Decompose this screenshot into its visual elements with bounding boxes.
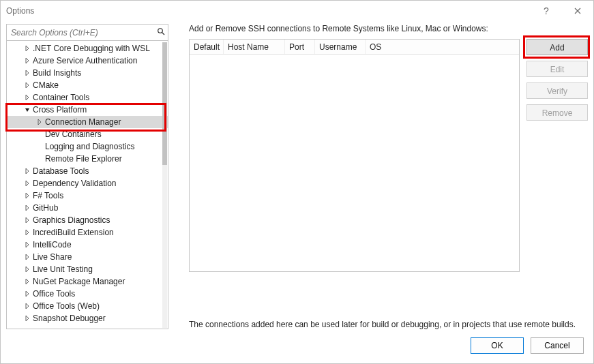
chevron-right-icon[interactable] xyxy=(23,228,31,237)
tree-item[interactable]: IntelliCode xyxy=(7,239,168,251)
chevron-down-icon[interactable] xyxy=(23,106,31,114)
tree-item-label: Snapshot Debugger xyxy=(33,314,108,323)
chevron-right-icon[interactable] xyxy=(23,192,31,200)
col-port[interactable]: Port xyxy=(285,40,315,54)
tree-item[interactable]: Office Tools (Web) xyxy=(7,300,168,312)
chevron-right-icon[interactable] xyxy=(23,277,31,286)
tree-item-label: Office Tools xyxy=(33,289,78,299)
tree-item-label: Remote File Explorer xyxy=(45,154,125,164)
tree-item[interactable]: GitHub xyxy=(7,202,168,214)
window-title: Options xyxy=(6,6,531,16)
tree-item-label: Build Insights xyxy=(33,68,84,78)
grid-buttons: Add Edit Verify Remove xyxy=(526,39,588,313)
tree-item[interactable]: Container Tools xyxy=(7,91,168,104)
tree-item-label: Azure Service Authentication xyxy=(33,56,140,65)
chevron-right-icon[interactable] xyxy=(23,204,31,212)
ok-button[interactable]: OK xyxy=(471,337,524,354)
tree-item-label: Database Tools xyxy=(33,166,92,176)
svg-point-0 xyxy=(158,29,163,33)
close-button[interactable] xyxy=(562,1,593,21)
tree-item-label: IncrediBuild Extension xyxy=(33,228,117,237)
tree-item[interactable]: Build Insights xyxy=(7,67,168,79)
options-tree[interactable]: .NET Core Debugging with WSLAzure Servic… xyxy=(7,41,168,329)
search-box[interactable] xyxy=(7,25,168,41)
tree-item[interactable]: Remote File Explorer xyxy=(7,153,168,165)
tree-spacer xyxy=(35,155,44,163)
tree-item[interactable]: Live Unit Testing xyxy=(7,263,168,275)
chevron-right-icon[interactable] xyxy=(23,81,31,89)
titlebar: Options ? xyxy=(1,1,593,21)
chevron-right-icon[interactable] xyxy=(23,314,31,322)
tree-item[interactable]: CMake xyxy=(7,79,168,91)
chevron-right-icon[interactable] xyxy=(23,167,31,175)
tree-item-label: CMake xyxy=(33,80,61,90)
tree-item-label: F# Tools xyxy=(33,191,66,200)
add-button[interactable]: Add xyxy=(526,39,588,55)
tree-item[interactable]: Connection Manager xyxy=(7,116,168,128)
options-tree-panel: .NET Core Debugging with WSLAzure Servic… xyxy=(6,24,168,329)
tree-item[interactable]: Database Tools xyxy=(7,165,168,177)
chevron-right-icon[interactable] xyxy=(23,290,31,298)
chevron-right-icon[interactable] xyxy=(23,265,31,273)
tree-item[interactable]: NuGet Package Manager xyxy=(7,275,168,288)
tree-item[interactable]: Logging and Diagnostics xyxy=(7,140,168,153)
tree-item[interactable]: Snapshot Debugger xyxy=(7,312,168,324)
tree-item-label: Live Share xyxy=(33,252,74,262)
chevron-right-icon[interactable] xyxy=(35,118,44,126)
chevron-right-icon[interactable] xyxy=(23,216,31,224)
tree-item-label: IntelliCode xyxy=(33,240,74,249)
tree-item-label: Dev Containers xyxy=(45,130,104,139)
grid-header: Default Host Name Port Username OS xyxy=(190,40,519,55)
chevron-right-icon[interactable] xyxy=(23,253,31,261)
tree-item-label: Logging and Diagnostics xyxy=(45,142,137,151)
chevron-right-icon[interactable] xyxy=(23,302,31,310)
remove-button: Remove xyxy=(526,104,588,121)
col-default[interactable]: Default xyxy=(190,40,224,54)
col-username[interactable]: Username xyxy=(315,40,366,54)
tree-item[interactable]: Dependency Validation xyxy=(7,177,168,189)
tree-spacer xyxy=(35,142,44,151)
tree-item-label: Dependency Validation xyxy=(33,179,119,188)
chevron-right-icon[interactable] xyxy=(23,57,31,65)
tree-item-label: Container Tools xyxy=(33,93,92,102)
panel-description: Add or Remove SSH connections to Remote … xyxy=(189,24,588,33)
tree-item-label: NuGet Package Manager xyxy=(33,277,128,286)
tree-item[interactable]: Graphics Diagnostics xyxy=(7,214,168,226)
tree-item-label: Graphics Diagnostics xyxy=(33,215,113,225)
tree-scrollbar-thumb[interactable] xyxy=(162,42,167,165)
chevron-right-icon[interactable] xyxy=(23,69,31,77)
chevron-right-icon[interactable] xyxy=(23,93,31,102)
col-os[interactable]: OS xyxy=(366,40,519,54)
tree-item[interactable]: F# Tools xyxy=(7,189,168,202)
cancel-button[interactable]: Cancel xyxy=(531,337,584,354)
tree-item-label: Live Unit Testing xyxy=(33,264,95,274)
tree-item-label: Office Tools (Web) xyxy=(33,301,102,311)
tree-item[interactable]: Live Share xyxy=(7,251,168,263)
tree-scrollbar[interactable] xyxy=(162,42,167,328)
tree-item-label: Cross Platform xyxy=(33,105,89,115)
tree-item[interactable]: Office Tools xyxy=(7,288,168,300)
tree-item-label: .NET Core Debugging with WSL xyxy=(33,44,153,53)
detail-panel: Add or Remove SSH connections to Remote … xyxy=(168,24,588,329)
connections-grid[interactable]: Default Host Name Port Username OS xyxy=(189,39,520,272)
chevron-right-icon[interactable] xyxy=(23,241,31,249)
tree-item-label: GitHub xyxy=(33,203,61,213)
search-icon xyxy=(154,27,168,37)
edit-button: Edit xyxy=(526,61,588,77)
svg-line-1 xyxy=(162,33,164,35)
tree-item-label: Connection Manager xyxy=(45,117,123,127)
tree-spacer xyxy=(35,130,44,138)
col-hostname[interactable]: Host Name xyxy=(224,40,285,54)
tree-item[interactable]: Dev Containers xyxy=(7,128,168,140)
panel-footer-note: The connections added here can be used l… xyxy=(189,320,588,329)
chevron-right-icon[interactable] xyxy=(23,179,31,187)
tree-item[interactable]: .NET Core Debugging with WSL xyxy=(7,42,168,55)
help-button[interactable]: ? xyxy=(531,1,562,21)
close-icon xyxy=(574,7,581,14)
verify-button: Verify xyxy=(526,82,588,99)
tree-item[interactable]: IncrediBuild Extension xyxy=(7,226,168,239)
search-input[interactable] xyxy=(7,28,154,37)
tree-item[interactable]: Azure Service Authentication xyxy=(7,55,168,67)
chevron-right-icon[interactable] xyxy=(23,44,31,52)
tree-item[interactable]: Cross Platform xyxy=(7,104,168,116)
